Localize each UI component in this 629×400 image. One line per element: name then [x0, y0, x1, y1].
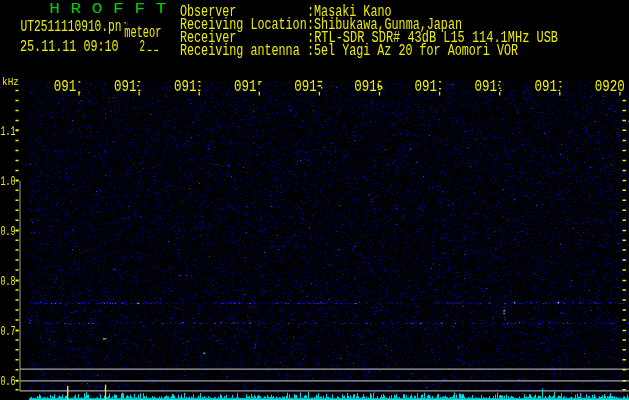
svg-text:091: 091	[294, 77, 317, 96]
svg-text:091: 091	[475, 77, 498, 96]
svg-text:H R O F F T: H R O F F T	[49, 0, 166, 18]
svg-text:2: 2	[139, 38, 145, 56]
svg-text:kHz: kHz	[2, 76, 19, 88]
svg-text:091: 091	[535, 77, 558, 96]
svg-text:1.1: 1.1	[1, 124, 16, 139]
svg-text:25.11.11 09:10: 25.11.11 09:10	[20, 38, 119, 56]
svg-text:Receiving antenna: Receiving antenna	[180, 42, 300, 60]
svg-text:0.8: 0.8	[1, 274, 16, 289]
svg-text:091: 091	[414, 77, 437, 96]
svg-text::5el Yagi Az 20 for Aomori VOR: :5el Yagi Az 20 for Aomori VOR	[307, 42, 518, 60]
svg-text:091: 091	[114, 77, 137, 96]
svg-text:0920: 0920	[595, 77, 625, 96]
svg-text:091: 091	[354, 77, 377, 96]
svg-text:0.9: 0.9	[1, 224, 16, 239]
svg-text:1.0: 1.0	[1, 174, 16, 189]
svg-text:0.7: 0.7	[1, 324, 16, 339]
svg-text:091: 091	[234, 77, 257, 96]
svg-text:UT2511110910.png: UT2511110910.png	[21, 18, 129, 36]
svg-text:0.6: 0.6	[1, 374, 16, 389]
svg-text:091: 091	[54, 77, 77, 96]
svg-text:091: 091	[174, 77, 197, 96]
